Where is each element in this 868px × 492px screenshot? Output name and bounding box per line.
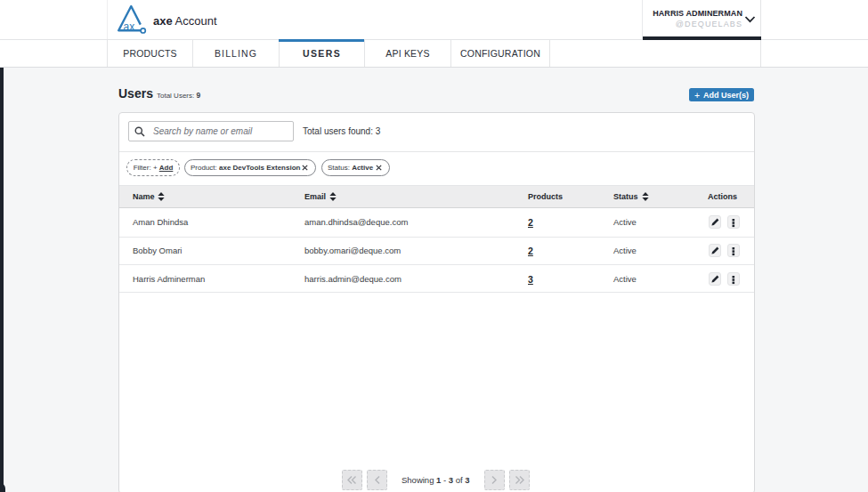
svg-text:ax: ax	[124, 20, 135, 33]
